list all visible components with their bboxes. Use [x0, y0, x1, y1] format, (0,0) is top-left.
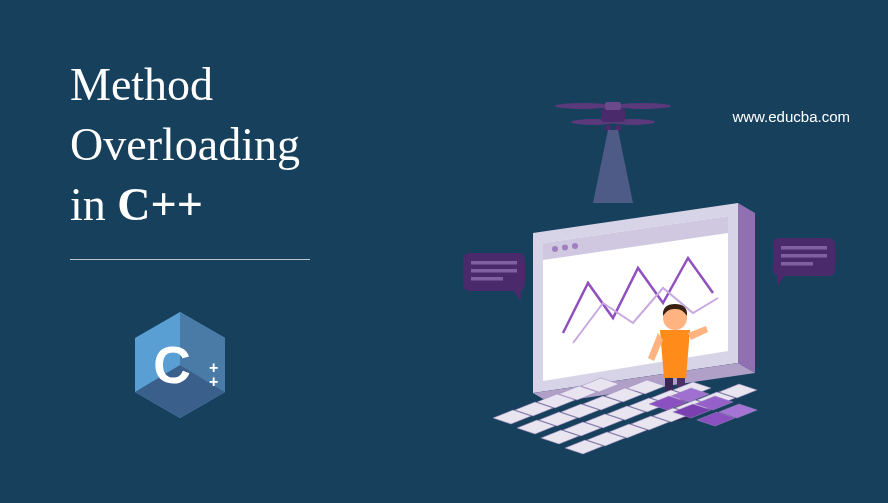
- svg-point-14: [552, 246, 558, 252]
- title-prefix: in: [70, 179, 117, 230]
- svg-rect-26: [781, 262, 813, 266]
- chat-bubble-right-icon: [773, 238, 835, 286]
- svg-rect-24: [781, 246, 827, 250]
- svg-point-15: [562, 245, 568, 251]
- title-divider: [70, 259, 310, 260]
- screen-panel: [533, 203, 755, 403]
- svg-rect-11: [605, 102, 621, 110]
- title-line-1: Method: [70, 55, 310, 115]
- illustration-svg: [403, 88, 863, 468]
- title-line-2: Overloading: [70, 115, 310, 175]
- keyboard-icon: [493, 378, 757, 454]
- illustration: [403, 88, 863, 468]
- title-block: Method Overloading in C++ C + +: [70, 55, 310, 420]
- cpp-logo: C + +: [130, 310, 230, 420]
- svg-text:+: +: [209, 373, 218, 390]
- hexagon-icon: C + +: [130, 310, 230, 420]
- svg-point-16: [572, 243, 578, 249]
- drone-icon: [555, 102, 671, 203]
- svg-point-7: [615, 103, 671, 109]
- svg-rect-21: [471, 277, 503, 281]
- chat-bubble-left-icon: [463, 253, 525, 301]
- title-line-3: in C++: [70, 175, 310, 235]
- svg-text:C: C: [153, 336, 191, 394]
- svg-rect-20: [471, 269, 517, 273]
- title-bold: C++: [117, 179, 203, 230]
- svg-rect-10: [601, 108, 625, 122]
- svg-rect-19: [471, 261, 517, 265]
- svg-point-6: [555, 103, 611, 109]
- svg-rect-25: [781, 254, 827, 258]
